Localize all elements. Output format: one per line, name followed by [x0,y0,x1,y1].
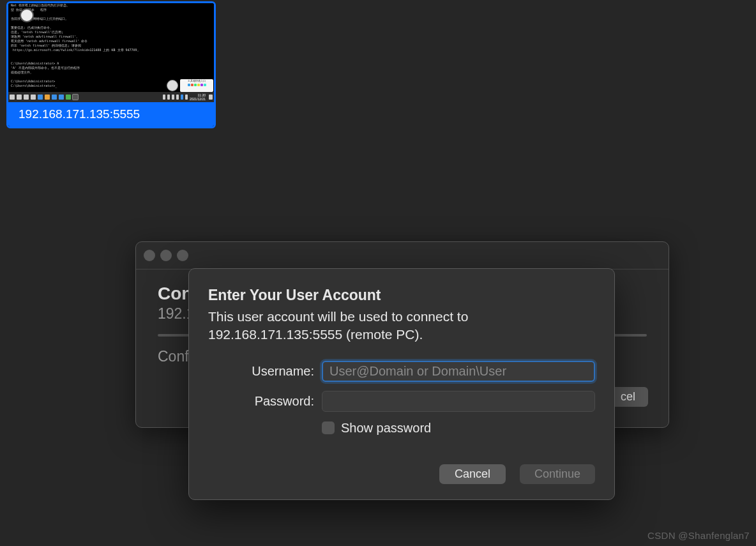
taskview-icon [31,95,36,100]
tray-icon [181,95,183,100]
username-input[interactable] [322,361,595,382]
toolbox-title: 工具箱快速入口 [180,79,213,83]
store-icon [52,95,57,100]
taskbar-clock: 11:20 2021/12/21 [190,93,206,101]
search-icon [17,95,22,100]
show-password-checkbox[interactable] [322,421,335,434]
avatar-icon [20,8,34,22]
titlebar [136,242,669,269]
dialog-title: Enter Your User Account [208,287,595,304]
password-label: Password: [208,394,322,409]
thumbnail-screen: Nat 在所有上的端口当前均为打开状态。 型 协议 版本 程序 当前没有在所有网… [8,3,214,102]
tray-icon [172,95,174,100]
password-input[interactable] [322,391,595,412]
username-label: Username: [208,364,322,379]
tray-chevron-icon [163,95,165,100]
credentials-dialog: Enter Your User Account This user accoun… [188,268,615,500]
cmd-icon [73,95,78,100]
minimize-icon[interactable] [160,250,172,261]
explorer-icon [45,95,50,100]
tray-icon [167,95,170,100]
maximize-icon[interactable] [177,250,188,261]
wechat-icon [66,95,71,100]
avatar-icon [167,80,178,91]
show-password-label: Show password [341,421,431,436]
watermark: CSDN @Shanfenglan7 [647,530,750,541]
toolbox-popup: 工具箱快速入口 [180,79,213,92]
continue-button[interactable]: Continue [520,464,595,484]
notification-icon [209,95,213,100]
terminal-text: Nat 在所有上的端口当前均为打开状态。 型 协议 版本 程序 当前没有在所有网… [11,3,211,88]
dialog-description: This user account will be used to connec… [208,308,595,344]
cortana-icon [24,95,29,100]
tray-icon [185,95,188,100]
thumbnail-label: 192.168.171.135:5555 [8,102,214,126]
start-icon [10,95,15,100]
close-icon[interactable] [144,250,155,261]
remote-desktop-thumbnail[interactable]: Nat 在所有上的端口当前均为打开状态。 型 协议 版本 程序 当前没有在所有网… [6,1,216,128]
tray-icon [176,95,179,100]
cancel-button[interactable]: Cancel [439,464,506,484]
thumbnail-taskbar: 11:20 2021/12/21 [8,92,214,102]
edge-icon [38,95,43,100]
mail-icon [59,95,64,100]
